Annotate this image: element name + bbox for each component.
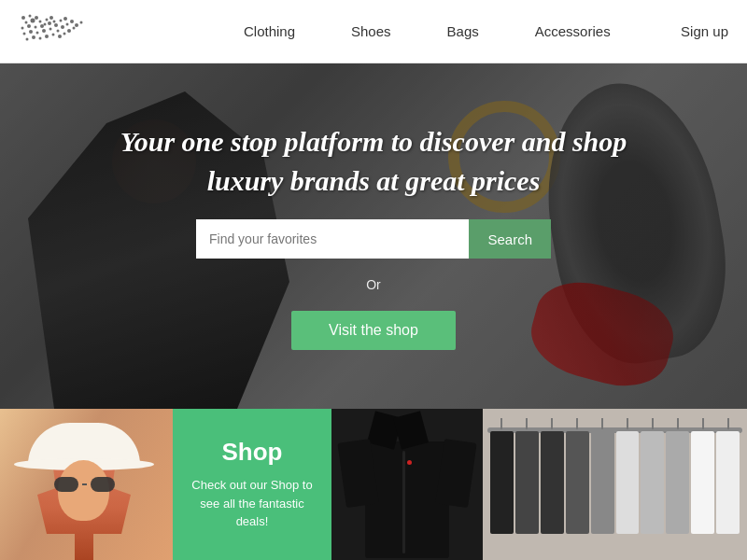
svg-point-18	[42, 29, 46, 33]
svg-point-29	[39, 36, 42, 39]
svg-point-2	[35, 16, 38, 20]
shop-card-text: Shop Check out our Shop to see all the f…	[173, 409, 331, 560]
svg-point-31	[52, 33, 55, 35]
svg-point-27	[26, 37, 29, 40]
svg-point-19	[49, 27, 52, 30]
svg-point-22	[63, 17, 67, 21]
main-nav: Clothing Shoes Bags Accessories	[244, 23, 611, 39]
svg-point-26	[70, 20, 74, 23]
search-input[interactable]	[196, 219, 469, 259]
svg-point-21	[60, 19, 63, 21]
or-text: Or	[366, 277, 381, 292]
hero-title: Your one stop platform to discover and s…	[103, 122, 644, 201]
svg-point-9	[40, 24, 44, 28]
svg-point-7	[27, 24, 31, 28]
svg-point-36	[75, 23, 78, 27]
cards-section: Shop Check out our Shop to see all the f…	[0, 409, 747, 560]
svg-point-12	[44, 22, 47, 25]
svg-point-4	[31, 18, 35, 22]
search-button[interactable]: Search	[469, 219, 551, 259]
svg-point-33	[63, 32, 66, 35]
svg-point-37	[80, 21, 83, 23]
shop-card: Shop Check out our Shop to see all the f…	[0, 409, 331, 560]
svg-point-1	[29, 14, 32, 17]
hero-content: Your one stop platform to discover and s…	[0, 63, 747, 409]
shop-card-title: Shop	[222, 438, 283, 467]
shop-card-description: Check out our Shop to see all the fantas…	[188, 476, 317, 531]
shop-card-photo	[0, 409, 173, 560]
search-row: Search	[196, 219, 551, 259]
svg-point-8	[35, 25, 37, 28]
svg-point-20	[54, 23, 58, 27]
logo-area	[19, 13, 103, 50]
svg-point-15	[23, 32, 26, 35]
svg-point-10	[46, 18, 49, 21]
nav-shoes[interactable]: Shoes	[351, 23, 391, 39]
svg-point-16	[29, 30, 33, 34]
svg-point-13	[48, 21, 51, 25]
svg-point-32	[58, 35, 62, 38]
svg-point-30	[45, 35, 49, 38]
svg-point-3	[25, 21, 28, 23]
signup-button[interactable]: Sign up	[681, 23, 728, 39]
svg-point-25	[66, 22, 69, 25]
nav-accessories[interactable]: Accessories	[535, 23, 611, 39]
svg-point-11	[49, 16, 53, 20]
nav-bags[interactable]: Bags	[447, 23, 479, 39]
svg-point-14	[53, 20, 56, 22]
header: Clothing Shoes Bags Accessories Sign up	[0, 0, 747, 63]
hero-section: Your one stop platform to discover and s…	[0, 63, 747, 409]
svg-point-5	[39, 20, 42, 22]
rack-card	[483, 409, 747, 560]
svg-point-24	[61, 25, 64, 29]
shirt-card	[331, 409, 483, 560]
svg-point-35	[73, 26, 76, 29]
svg-point-28	[32, 35, 35, 39]
svg-point-6	[21, 26, 24, 29]
svg-point-23	[57, 29, 60, 32]
nav-clothing[interactable]: Clothing	[244, 23, 295, 39]
visit-shop-button[interactable]: Visit the shop	[291, 311, 456, 350]
svg-point-0	[21, 16, 25, 20]
logo	[19, 13, 103, 50]
svg-point-34	[67, 29, 71, 33]
svg-point-17	[36, 31, 39, 34]
